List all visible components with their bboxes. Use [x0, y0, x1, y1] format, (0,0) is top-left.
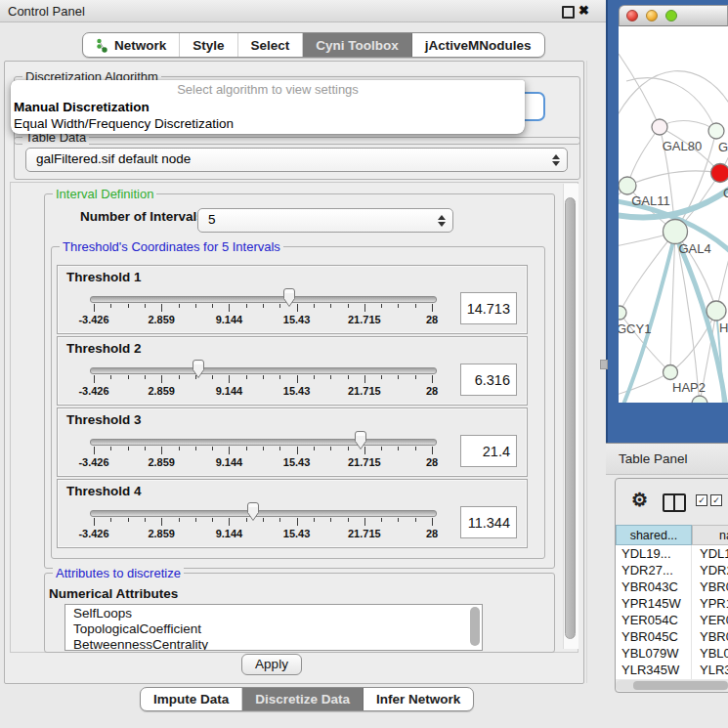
close-icon[interactable]: ✖ [578, 3, 589, 18]
settings-scrollbar-thumb[interactable] [565, 197, 576, 639]
threshold-value-field[interactable]: 21.4 [460, 435, 517, 467]
number-of-intervals-value: 5 [208, 212, 216, 227]
tab-select[interactable]: Select [238, 33, 304, 57]
network-node-partial[interactable] [692, 396, 707, 403]
tab-jactivemnodules[interactable]: jActiveMNodules [412, 33, 544, 57]
mode-tab-infer-network[interactable]: Infer Network [364, 688, 473, 710]
attribute-item[interactable]: BetweennessCentrality [65, 636, 482, 651]
network-edge[interactable] [675, 232, 700, 403]
network-node-HAP2[interactable] [664, 365, 678, 380]
slider-thumb[interactable] [245, 501, 261, 522]
tab-style[interactable]: Style [180, 33, 237, 57]
table-row[interactable]: YLR345WYLR3 [616, 662, 728, 678]
table-cell-name[interactable]: YDL1 [700, 546, 728, 561]
slider-track[interactable] [90, 439, 437, 446]
slider-tick [415, 304, 416, 308]
table-row[interactable]: YPR145WYPR1 [616, 595, 728, 612]
slider-track[interactable] [90, 510, 437, 517]
slider-tick [229, 518, 230, 526]
table-cell-shared-name[interactable]: YLR345W [621, 663, 679, 677]
table-cell-name[interactable]: YER0 [700, 613, 728, 627]
table-cell-name[interactable]: YLR3 [700, 663, 728, 677]
network-node-GAL4[interactable] [664, 220, 688, 244]
slider-thumb[interactable] [191, 359, 206, 379]
table-cell-name[interactable]: YBR0 [700, 629, 728, 644]
network-edge[interactable] [627, 171, 720, 186]
table-row[interactable]: YBR043CYBR0 [616, 578, 728, 595]
table-row[interactable]: YIL052CYIL0 [616, 678, 728, 679]
slider-tick [314, 518, 315, 522]
table-row[interactable]: YDR27...YDR2 [616, 562, 728, 578]
number-of-intervals-combobox[interactable]: 5 [197, 208, 453, 233]
threshold-value-field[interactable]: 11.344 [460, 506, 517, 538]
minimize-traffic-light-icon[interactable] [646, 10, 658, 21]
mode-tab-impute-data[interactable]: Impute Data [141, 688, 242, 710]
network-node-GA[interactable] [708, 123, 724, 139]
table-cell-shared-name[interactable]: YPR145W [621, 596, 681, 611]
network-window-titlebar[interactable] [619, 5, 728, 26]
table-cell-name[interactable]: YBR0 [700, 579, 728, 594]
checkbox-icon[interactable]: ✓ [696, 494, 707, 506]
split-columns-icon[interactable] [663, 493, 686, 512]
mode-tab-discretize-data[interactable]: Discretize Data [242, 688, 364, 710]
apply-button[interactable]: Apply [241, 654, 302, 675]
numerical-attributes-list[interactable]: SelfLoopsTopologicalCoefficientBetweenne… [64, 604, 483, 651]
network-node-H[interactable] [707, 301, 726, 321]
float-window-icon[interactable] [562, 6, 575, 19]
gear-icon[interactable]: ⚙ [631, 489, 648, 511]
slider-tick [364, 518, 365, 526]
network-node-C[interactable] [711, 164, 728, 183]
table-hscrollbar-thumb[interactable] [633, 681, 728, 690]
network-edge[interactable] [619, 54, 660, 127]
slider-tick [145, 518, 146, 522]
network-node-GCY1[interactable] [619, 306, 626, 320]
table-cell-name[interactable]: YPR1 [700, 596, 728, 611]
network-node-GAL11[interactable] [619, 177, 636, 194]
slider-tick [432, 518, 433, 526]
table-cell-shared-name[interactable]: YDR27... [621, 563, 673, 578]
table-column-header-shared[interactable]: shared... [616, 525, 692, 545]
table-cell-name[interactable]: YBL0 [700, 646, 728, 661]
attribute-item[interactable]: SelfLoops [65, 605, 482, 621]
table-data-combobox[interactable]: galFiltered.sif default node [25, 148, 568, 172]
slider-tick [415, 518, 416, 522]
slider-thumb[interactable] [281, 287, 297, 308]
threshold-value-field[interactable]: 14.713 [460, 292, 517, 324]
checkbox-icon[interactable]: ✓ [710, 494, 722, 506]
algorithm-option[interactable]: Manual Discretization [11, 99, 525, 115]
table-row[interactable]: YDL19...YDL1 [616, 545, 728, 562]
threshold-value-field[interactable]: 6.316 [460, 364, 517, 396]
table-row[interactable]: YBR045CYBR0 [616, 628, 728, 645]
table-row[interactable]: YBL079WYBL0 [616, 645, 728, 662]
table-row[interactable]: YER054CYER0 [616, 612, 728, 628]
node-table[interactable]: YDL19...YDL1YDR27...YDR2YBR043CYBR0YPR14… [616, 545, 728, 679]
zoom-traffic-light-icon[interactable] [665, 10, 677, 21]
table-cell-shared-name[interactable]: YBR045C [621, 629, 678, 644]
slider-thumb[interactable] [353, 430, 368, 450]
slider-track[interactable] [90, 296, 437, 303]
split-pane-grip[interactable] [600, 360, 608, 369]
table-cell-shared-name[interactable]: YDL19... [621, 546, 671, 561]
table-cell-shared-name[interactable]: YER054C [621, 613, 678, 627]
slider-scale-label: -3.426 [78, 314, 108, 325]
threshold-row: Threshold 4-3.4262.8599.14415.4321.71528… [57, 479, 528, 548]
network-node-GAL80[interactable] [652, 119, 667, 135]
table-column-header-name[interactable]: na [692, 525, 728, 545]
network-edge[interactable] [660, 120, 716, 131]
algorithm-option[interactable]: Equal Width/Frequency Discretization [11, 115, 525, 132]
slider-scale-label: 21.715 [348, 528, 381, 539]
slider-tick [110, 304, 111, 308]
tab-network[interactable]: Network [83, 33, 180, 57]
network-edge[interactable] [626, 78, 716, 131]
slider-track[interactable] [90, 367, 437, 374]
table-cell-shared-name[interactable]: YBR043C [621, 579, 678, 594]
table-cell-shared-name[interactable]: YBL079W [621, 646, 679, 661]
thresholds-group-title: Threshold's Coordinates for 5 Intervals [60, 239, 283, 254]
attributes-scrollbar-thumb[interactable] [470, 607, 480, 646]
slider-scale-labels: -3.4262.8599.14415.4321.71528 [94, 456, 432, 468]
table-cell-name[interactable]: YDR2 [700, 563, 728, 578]
attribute-item[interactable]: TopologicalCoefficient [65, 621, 482, 636]
network-canvas[interactable]: GAL80GACGAL11GAL4GCY1HHAP2 [619, 26, 728, 403]
close-traffic-light-icon[interactable] [626, 10, 638, 21]
tab-cyni-toolbox[interactable]: Cyni Toolbox [303, 33, 412, 57]
